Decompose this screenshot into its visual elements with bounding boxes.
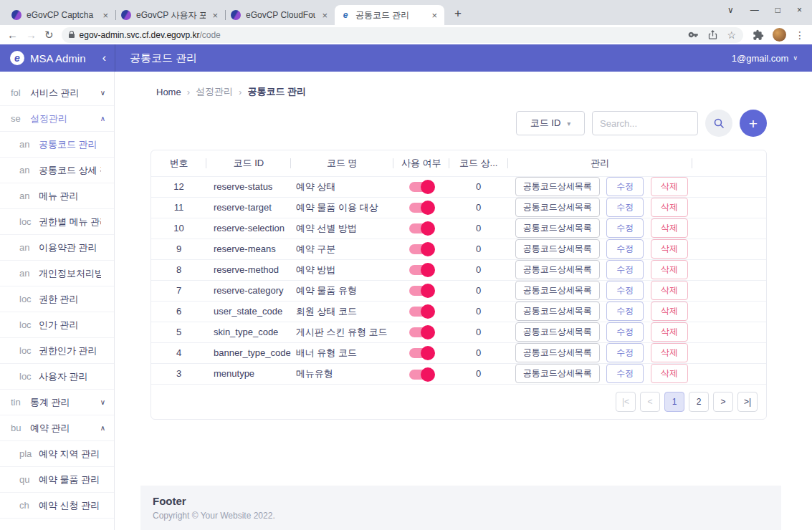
window-close-icon[interactable]: × bbox=[797, 5, 802, 15]
sidebar-item[interactable]: loc 사용자 관리 bbox=[0, 364, 114, 390]
sidebar-item[interactable]: an 메뉴 관리 bbox=[0, 183, 114, 209]
detail-list-button[interactable]: 공통코드상세목록 bbox=[515, 281, 600, 300]
detail-list-button[interactable]: 공통코드상세목록 bbox=[515, 343, 600, 362]
page-prev-button[interactable]: < bbox=[640, 392, 660, 412]
sidebar-item[interactable]: pla 예약 지역 관리 bbox=[0, 441, 114, 467]
sidebar-item[interactable]: bu 예약 관리 ∧ bbox=[0, 415, 114, 441]
key-icon[interactable] bbox=[688, 29, 699, 40]
use-toggle[interactable] bbox=[409, 265, 434, 275]
edit-button[interactable]: 수정 bbox=[606, 177, 644, 196]
delete-button[interactable]: 삭제 bbox=[651, 302, 688, 321]
browser-tab[interactable]: e eGovCP Captcha × bbox=[6, 5, 115, 25]
filter-dropdown[interactable]: 코드 ID ▾ bbox=[516, 111, 585, 135]
detail-list-button[interactable]: 공통코드상세목록 bbox=[515, 364, 600, 383]
edit-button[interactable]: 수정 bbox=[606, 343, 644, 362]
window-minimize-icon[interactable]: — bbox=[750, 5, 759, 15]
edit-button[interactable]: 수정 bbox=[606, 302, 644, 321]
add-button[interactable]: + bbox=[740, 110, 767, 137]
window-chevron-icon[interactable]: ∨ bbox=[727, 5, 734, 15]
sidebar-item[interactable]: loc 권한별 메뉴 관리 bbox=[0, 209, 114, 235]
tab-close-icon[interactable]: × bbox=[101, 10, 110, 21]
delete-button[interactable]: 삭제 bbox=[651, 260, 688, 279]
menu-chevron-icon: ∨ bbox=[100, 89, 105, 97]
browser-tab[interactable]: e eGovCP CloudFoundry × bbox=[225, 5, 335, 25]
edit-button[interactable]: 수정 bbox=[606, 260, 644, 279]
use-toggle[interactable] bbox=[409, 286, 434, 296]
sidebar-item[interactable]: loc 인가 관리 bbox=[0, 312, 114, 338]
edit-button[interactable]: 수정 bbox=[606, 281, 644, 300]
use-toggle[interactable] bbox=[409, 327, 434, 337]
sidebar-item[interactable]: loc 권한 관리 bbox=[0, 286, 114, 312]
sidebar-item[interactable]: an 공통코드 상세 관리 bbox=[0, 158, 114, 183]
delete-button[interactable]: 삭제 bbox=[651, 343, 688, 362]
breadcrumb-section[interactable]: 설정관리 bbox=[196, 85, 233, 98]
reload-icon[interactable]: ↻ bbox=[44, 29, 54, 40]
detail-list-button[interactable]: 공통코드상세목록 bbox=[515, 239, 600, 259]
use-toggle[interactable] bbox=[409, 182, 434, 192]
detail-list-button[interactable]: 공통코드상세목록 bbox=[515, 322, 600, 342]
sidebar-item[interactable]: qu 예약 물품 관리 bbox=[0, 467, 114, 493]
extensions-puzzle-icon[interactable] bbox=[753, 29, 764, 41]
user-menu[interactable]: 1@gmail.com ∨ bbox=[732, 53, 812, 64]
sidebar-item[interactable]: se 설정관리 ∧ bbox=[0, 106, 114, 132]
sidebar-item[interactable]: an 공통코드 관리 bbox=[0, 132, 114, 158]
window-maximize-icon[interactable]: □ bbox=[775, 5, 780, 15]
delete-button[interactable]: 삭제 bbox=[651, 218, 688, 238]
breadcrumb-home[interactable]: Home bbox=[156, 87, 181, 97]
edit-button[interactable]: 수정 bbox=[606, 198, 644, 217]
detail-list-button[interactable]: 공통코드상세목록 bbox=[515, 260, 600, 279]
address-bar[interactable]: egov-admin.svc.cf.dev.egovp.kr/code ☆ bbox=[62, 27, 743, 43]
col-code-id: 코드 ID bbox=[206, 150, 291, 176]
forward-icon[interactable]: → bbox=[26, 29, 37, 40]
delete-button[interactable]: 삭제 bbox=[651, 281, 688, 300]
profile-avatar[interactable] bbox=[773, 28, 786, 42]
sidebar-collapse-icon[interactable]: ‹ bbox=[102, 52, 106, 64]
new-tab-button[interactable]: + bbox=[449, 4, 467, 23]
detail-list-button[interactable]: 공통코드상세목록 bbox=[515, 302, 600, 321]
page-next-button[interactable]: > bbox=[713, 392, 733, 412]
use-toggle[interactable] bbox=[409, 223, 434, 233]
edit-button[interactable]: 수정 bbox=[606, 218, 644, 238]
sidebar-item[interactable]: tin 통계 관리 ∨ bbox=[0, 390, 114, 415]
cell-code-id: reserve-selection bbox=[206, 218, 291, 238]
detail-list-button[interactable]: 공통코드상세목록 bbox=[515, 198, 600, 217]
delete-button[interactable]: 삭제 bbox=[651, 364, 688, 383]
page-last-button[interactable]: >| bbox=[737, 392, 758, 412]
delete-button[interactable]: 삭제 bbox=[651, 198, 688, 217]
tab-close-icon[interactable]: × bbox=[320, 10, 329, 21]
use-toggle[interactable] bbox=[409, 307, 434, 317]
edit-button[interactable]: 수정 bbox=[606, 322, 644, 342]
page-1-button[interactable]: 1 bbox=[664, 392, 684, 412]
detail-list-button[interactable]: 공통코드상세목록 bbox=[515, 177, 600, 196]
sidebar-item[interactable]: loc 권한인가 관리 bbox=[0, 338, 114, 364]
browser-tab[interactable]: e 공통코드 관리 × bbox=[335, 5, 444, 25]
search-button[interactable] bbox=[705, 110, 732, 137]
sidebar-item[interactable]: ch 예약 신청 관리 bbox=[0, 493, 114, 519]
sidebar-item[interactable]: an 이용약관 관리 bbox=[0, 235, 114, 261]
cell-filler bbox=[692, 280, 766, 301]
search-input[interactable] bbox=[592, 111, 698, 135]
tab-close-icon[interactable]: × bbox=[430, 10, 439, 21]
edit-button[interactable]: 수정 bbox=[606, 239, 644, 259]
use-toggle[interactable] bbox=[409, 370, 434, 380]
delete-button[interactable]: 삭제 bbox=[651, 239, 688, 259]
back-icon[interactable]: ← bbox=[7, 29, 18, 40]
sidebar-item[interactable]: fol 서비스 관리 ∨ bbox=[0, 80, 114, 106]
use-toggle[interactable] bbox=[409, 244, 434, 254]
tab-close-icon[interactable]: × bbox=[211, 10, 219, 21]
use-toggle[interactable] bbox=[409, 203, 434, 213]
edit-button[interactable]: 수정 bbox=[606, 364, 644, 383]
sidebar-item[interactable]: an 개인정보처리방침 관 bbox=[0, 261, 114, 286]
delete-button[interactable]: 삭제 bbox=[651, 177, 688, 196]
browser-menu-icon[interactable]: ⋮ bbox=[795, 29, 805, 41]
cell-actions: 공통코드상세목록 수정 삭제 bbox=[508, 363, 692, 384]
menu-item-label: 개인정보처리방침 관 bbox=[39, 267, 101, 280]
share-icon[interactable] bbox=[707, 29, 718, 40]
bookmark-star-icon[interactable]: ☆ bbox=[727, 30, 736, 40]
page-first-button[interactable]: |< bbox=[616, 392, 636, 412]
page-2-button[interactable]: 2 bbox=[689, 392, 709, 412]
delete-button[interactable]: 삭제 bbox=[651, 322, 688, 342]
browser-tab[interactable]: e eGovCP 사용자 포털 × bbox=[115, 5, 225, 25]
use-toggle[interactable] bbox=[409, 348, 434, 358]
detail-list-button[interactable]: 공통코드상세목록 bbox=[515, 218, 600, 238]
